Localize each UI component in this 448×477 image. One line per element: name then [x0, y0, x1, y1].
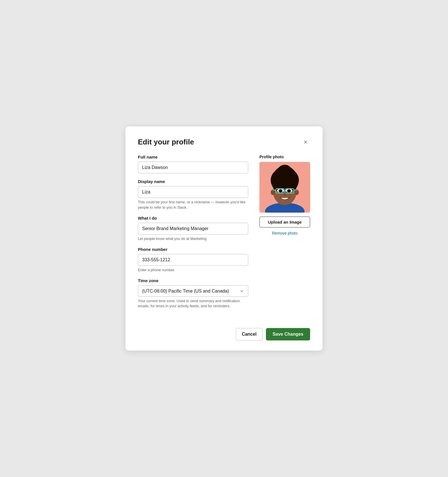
- save-changes-button[interactable]: Save Changes: [266, 328, 310, 340]
- phone-number-label: Phone number: [138, 247, 248, 252]
- display-name-input[interactable]: [138, 186, 248, 198]
- time-zone-label: Time zone: [138, 278, 248, 283]
- full-name-group: Full name: [138, 155, 248, 173]
- modal-header: Edit your profile ×: [138, 138, 310, 147]
- phone-number-input[interactable]: [138, 254, 248, 266]
- full-name-input[interactable]: [138, 162, 248, 173]
- time-zone-select[interactable]: (UTC-08:00) Pacific Time (US and Canada)…: [138, 285, 248, 297]
- modal-title: Edit your profile: [138, 138, 194, 146]
- full-name-label: Full name: [138, 155, 248, 159]
- photo-label: Profile photo: [259, 155, 284, 159]
- what-i-do-input[interactable]: [138, 223, 248, 235]
- what-i-do-hint: Let people know what you do at Marketing…: [138, 236, 248, 241]
- svg-point-22: [283, 193, 286, 196]
- modal-body: Full name Display name This could be you…: [138, 155, 310, 314]
- display-name-group: Display name This could be your first na…: [138, 179, 248, 210]
- upload-image-button[interactable]: Upload an Image: [259, 217, 310, 228]
- svg-point-16: [288, 190, 290, 192]
- profile-photo: [259, 162, 310, 213]
- profile-photo-image: [259, 162, 310, 213]
- svg-point-8: [277, 165, 293, 180]
- time-zone-hint: Your current time zone. Used to send sum…: [138, 298, 248, 309]
- svg-point-15: [279, 190, 282, 192]
- display-name-label: Display name: [138, 179, 248, 184]
- display-name-hint: This could be your first name, or a nick…: [138, 200, 248, 210]
- phone-number-hint: Enter a phone number.: [138, 268, 248, 273]
- edit-profile-modal: Edit your profile × Full name Display na…: [126, 126, 322, 350]
- time-zone-group: Time zone (UTC-08:00) Pacific Time (US a…: [138, 278, 248, 309]
- cancel-button[interactable]: Cancel: [236, 328, 262, 340]
- photo-section: Profile photo: [259, 155, 310, 314]
- close-button[interactable]: ×: [301, 138, 310, 147]
- what-i-do-label: What I do: [138, 216, 248, 220]
- form-section: Full name Display name This could be you…: [138, 155, 248, 314]
- remove-photo-button[interactable]: Remove photo: [259, 231, 310, 235]
- modal-footer: Cancel Save Changes: [138, 324, 310, 340]
- what-i-do-group: What I do Let people know what you do at…: [138, 216, 248, 241]
- phone-number-group: Phone number Enter a phone number.: [138, 247, 248, 273]
